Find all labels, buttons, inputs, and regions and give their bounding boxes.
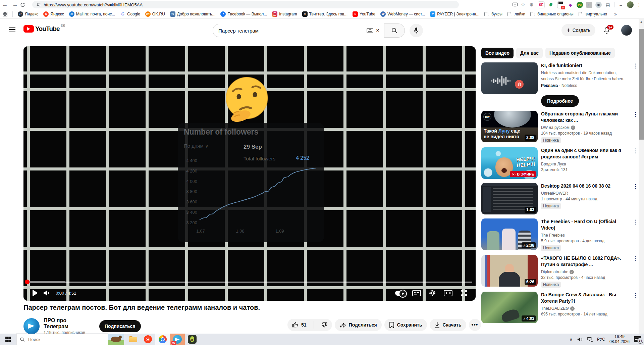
video-item-channel[interactable]: TheLIGALIZEtv♪ xyxy=(541,306,626,311)
bookmark-vk[interactable]: vkДобро пожаловать... xyxy=(170,11,215,17)
bookmark-folder-buksy[interactable]: буксы xyxy=(484,12,502,16)
share-button[interactable]: Поделиться xyxy=(335,319,382,331)
progress-bar[interactable] xyxy=(23,281,476,283)
tray-chevron-icon[interactable]: ∧ xyxy=(570,337,573,342)
video-item-title[interactable]: Desktop 2026 04 08 16 00 38 02 xyxy=(541,183,626,189)
related-video-item[interactable]: ♪ 2:38 The Freebies - Hard On U (Officia… xyxy=(481,218,639,251)
video-item-channel[interactable]: UnrealPOWER xyxy=(541,191,626,196)
bookmark-mailru[interactable]: @Mail.ru: почта, поис... xyxy=(69,11,115,17)
item-menu-icon[interactable]: ⋮ xyxy=(632,147,639,179)
related-video-item[interactable]: DW Такой Луну ещене видел никто 2:08 Обр… xyxy=(481,111,639,143)
bookmark-google[interactable]: GGoogle xyxy=(120,11,140,17)
video-item-title[interactable]: The Freebies - Hard On U (Official Video… xyxy=(541,218,626,231)
subscribe-button[interactable]: Подписаться xyxy=(99,320,141,332)
item-menu-icon[interactable]: ⋮ xyxy=(632,62,639,107)
video-item-title[interactable]: Один на один с Океаном или как я родился… xyxy=(541,147,626,160)
video-thumbnail[interactable]: 1:03 xyxy=(481,183,538,214)
gem-extension-icon[interactable]: ◆ xyxy=(567,2,574,8)
play-button[interactable] xyxy=(30,287,41,299)
alien-extension-icon[interactable]: ◉ xyxy=(595,2,602,8)
bookmark-folder-binary[interactable]: бинарные опционы xyxy=(530,12,573,16)
yandex-browser-button[interactable]: Я xyxy=(141,334,155,345)
ad-item[interactable]: KI, die funktioniert Noteless automatisi… xyxy=(481,62,639,107)
create-button[interactable]: + Создать xyxy=(561,24,595,36)
ruble-extension-icon[interactable]: ₽ xyxy=(548,2,554,8)
video-thumbnail[interactable]: ♪ 2:38 xyxy=(481,218,538,250)
progress-scrubber[interactable] xyxy=(25,280,30,284)
language-indicator[interactable]: РУС xyxy=(597,337,605,342)
bookmark-webmoney[interactable]: WWebMoney — сист... xyxy=(380,11,425,17)
video-thumbnail[interactable]: 6:26 xyxy=(481,255,538,287)
related-video-item[interactable]: ♪ 4:03 Da Boogie Crew & Лигалайз - Вы Хо… xyxy=(481,292,639,323)
tray-speaker-icon[interactable] xyxy=(577,337,583,342)
clock[interactable]: 16:49 08.04.2026 xyxy=(609,334,630,344)
bookmark-facebook[interactable]: fFacebook — Выпол... xyxy=(220,11,267,17)
related-video-item[interactable]: 1:03 Desktop 2026 04 08 16 00 38 02 Unre… xyxy=(481,183,639,214)
download-button[interactable]: Скачать xyxy=(430,319,466,331)
bookmarks-overflow-chevron[interactable]: » xyxy=(614,11,617,17)
volume-button[interactable] xyxy=(41,287,52,299)
save-button[interactable]: Сохранить xyxy=(384,319,427,331)
bookmark-payeer[interactable]: PPAYEER | Электронн... xyxy=(430,11,479,17)
item-menu-icon[interactable]: ⋮ xyxy=(632,218,639,251)
cube-extension-icon[interactable]: □ xyxy=(586,2,592,8)
bookmark-star-icon[interactable]: ☆ xyxy=(521,2,525,8)
account-avatar[interactable] xyxy=(621,25,632,36)
bookmark-okru[interactable]: OKOK.RU xyxy=(145,11,165,17)
bookmark-folder-virtual[interactable]: виртуально xyxy=(579,12,607,16)
fullscreen-button[interactable] xyxy=(458,287,470,299)
chrome-button[interactable] xyxy=(155,334,170,345)
bookmark-twitter[interactable]: XТвиттер. Здесь гов... xyxy=(302,11,347,17)
url-bar[interactable]: https://www.youtube.com/watch?v=kIM0HEMO… xyxy=(32,1,459,8)
action-center-button[interactable]: 14 xyxy=(634,336,641,342)
video-item-title[interactable]: Обратная сторона Луны глазами человека: … xyxy=(541,111,626,124)
ad-cta-button[interactable]: Подробнее xyxy=(541,95,579,107)
miniplayer-button[interactable] xyxy=(442,287,454,299)
start-button[interactable] xyxy=(0,334,16,345)
scrollbar-up-arrow[interactable]: ▲ xyxy=(639,20,644,23)
item-menu-icon[interactable]: ⋮ xyxy=(632,255,639,288)
subtitles-button[interactable] xyxy=(411,287,422,299)
autoplay-toggle[interactable] xyxy=(395,287,407,299)
tray-network-icon[interactable] xyxy=(587,337,593,342)
keyboard-icon[interactable] xyxy=(367,28,373,33)
clipboard-extension-icon[interactable]: ▤ xyxy=(605,2,611,8)
video-item-channel[interactable]: Бродяга Лука xyxy=(541,162,626,166)
notifications-button[interactable]: 9+ xyxy=(603,26,611,34)
forward-button[interactable]: → xyxy=(10,1,20,8)
search-input[interactable] xyxy=(218,28,364,34)
video-item-channel[interactable]: DW на русском✓ xyxy=(541,125,626,130)
bookmark-instagram[interactable]: Instagram xyxy=(272,11,297,17)
page-scrollbar[interactable]: ▲ xyxy=(639,19,644,334)
browser-profile-avatar[interactable] xyxy=(627,1,634,8)
chip-all-videos[interactable]: Все видео xyxy=(481,48,514,58)
telegram-button[interactable]: 96 xyxy=(170,334,185,345)
more-actions-button[interactable]: ••• xyxy=(469,319,481,331)
item-menu-icon[interactable]: ⋮ xyxy=(632,183,639,214)
bookmark-youtube[interactable]: YouTube xyxy=(353,11,375,17)
ad-thumbnail[interactable] xyxy=(481,62,538,94)
bookmark-yandex-1[interactable]: ЯЯндекс xyxy=(18,11,38,17)
tab-groups-icon[interactable]: ≡ xyxy=(618,2,624,8)
search-box[interactable]: × xyxy=(213,24,384,37)
pc-extension-icon[interactable]: PC xyxy=(577,2,583,8)
channel-info[interactable]: ПРО про Телеграм 1,19 тыс. подписчиков xyxy=(44,317,91,335)
back-button[interactable]: ← xyxy=(0,1,10,8)
item-menu-icon[interactable]: ⋮ xyxy=(632,292,639,323)
video-thumbnail[interactable]: ♪ 4:03 xyxy=(481,292,538,323)
taskbar-search[interactable] xyxy=(16,334,108,345)
video-item-channel[interactable]: Diplomatrutube✓ xyxy=(541,269,626,274)
chip-for-you[interactable]: Для вас xyxy=(516,48,543,58)
install-icon[interactable] xyxy=(512,2,518,8)
video-item-channel[interactable]: The Freebies xyxy=(541,233,626,238)
dislike-button[interactable] xyxy=(317,319,332,331)
like-button[interactable]: 51 xyxy=(287,319,311,331)
browser-menu-icon[interactable]: ⋮ xyxy=(637,2,641,7)
related-video-item[interactable]: HELP!!!HELP!!! В ЭФИРЕ Один на один с Ок… xyxy=(481,147,639,179)
search-button[interactable] xyxy=(384,23,405,38)
video-thumbnail[interactable]: DW Такой Луну ещене видел никто 2:08 xyxy=(481,111,538,142)
settings-button[interactable] xyxy=(427,287,438,299)
video-item-title[interactable]: Da Boogie Crew & Лигалайз - Вы Хотели Pa… xyxy=(541,292,626,304)
ad-title[interactable]: KI, die funktioniert xyxy=(541,62,626,69)
reload-button[interactable] xyxy=(20,2,30,7)
